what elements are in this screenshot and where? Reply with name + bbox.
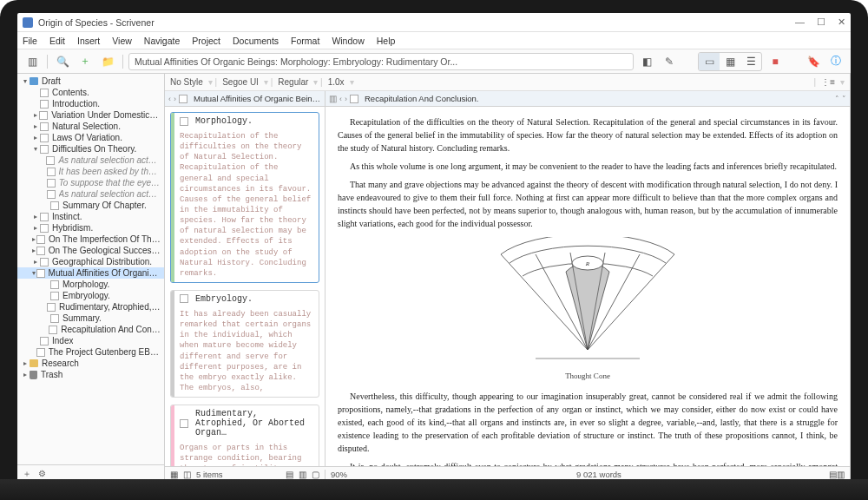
binder-item[interactable]: Embryology. bbox=[17, 290, 164, 301]
binder-item[interactable]: ▸Hybridism. bbox=[17, 222, 164, 234]
split-icon[interactable]: ▥ bbox=[329, 94, 337, 103]
split-horizontal-icon[interactable]: ▤ bbox=[829, 470, 837, 479]
binder-item[interactable]: Summary. bbox=[17, 312, 164, 324]
binder-item[interactable]: Morphology. bbox=[17, 279, 164, 290]
editor-view-button[interactable]: ▭ bbox=[699, 53, 720, 70]
nav-up-icon[interactable]: ˄ bbox=[835, 95, 839, 103]
binder-item[interactable]: Rudimentary, Atrophied, Or Aborted Organ… bbox=[17, 301, 164, 312]
nav-fwd-icon[interactable]: › bbox=[345, 95, 347, 103]
split-none-icon[interactable]: ▢ bbox=[312, 470, 319, 479]
corkboard-view-button[interactable]: ▦ bbox=[720, 53, 740, 70]
menu-view[interactable]: View bbox=[112, 36, 132, 46]
binder-item[interactable]: ▸Trash bbox=[17, 369, 164, 380]
binder-item-label: On The Imperfection Of The Geological Re… bbox=[49, 234, 161, 244]
binder-item[interactable]: As natural selection acts by life and de… bbox=[17, 188, 164, 200]
binder-toggle-icon[interactable]: ▥ bbox=[23, 53, 42, 70]
trash-icon bbox=[30, 371, 37, 379]
card-title: Morphology. bbox=[195, 116, 253, 126]
add-document-icon[interactable]: ＋ bbox=[76, 53, 95, 70]
doc-icon bbox=[40, 122, 49, 131]
list-icon[interactable]: ⋮≡ bbox=[821, 77, 835, 87]
doc-icon bbox=[49, 326, 57, 334]
binder-item[interactable]: ▾Difficulties On Theory. bbox=[17, 143, 164, 155]
annotate-icon[interactable]: ✎ bbox=[660, 53, 679, 70]
menu-format[interactable]: Format bbox=[291, 36, 319, 46]
index-card[interactable]: Morphology.Recapitulation of the difficu… bbox=[170, 112, 319, 283]
index-card[interactable]: Rudimentary, Atrophied, Or Aborted Organ… bbox=[170, 405, 319, 466]
compose-mode-icon[interactable]: ■ bbox=[766, 53, 785, 70]
menu-insert[interactable]: Insert bbox=[77, 36, 100, 46]
binder-tree[interactable]: ▾DraftContents.Introduction.▸Variation U… bbox=[17, 74, 164, 464]
menu-help[interactable]: Help bbox=[377, 36, 396, 46]
nav-down-icon[interactable]: ˅ bbox=[842, 95, 846, 103]
add-folder-icon[interactable]: 📁 bbox=[98, 53, 117, 70]
outliner-cards[interactable]: Morphology.Recapitulation of the difficu… bbox=[165, 107, 326, 466]
binder-item[interactable]: Contents. bbox=[17, 87, 164, 98]
binder-item[interactable]: ▸Instinct. bbox=[17, 211, 164, 222]
menu-file[interactable]: File bbox=[23, 36, 37, 46]
split-vertical-icon[interactable]: ▥ bbox=[837, 470, 845, 479]
layout-icon[interactable]: ◫ bbox=[183, 470, 191, 479]
binder-item[interactable]: To suppose that the eye, with all its in… bbox=[17, 177, 164, 188]
menu-navigate[interactable]: Navigate bbox=[144, 36, 180, 46]
binder-item[interactable]: ▸Research bbox=[17, 358, 164, 369]
binder-item[interactable]: As natural selection acts solely by the … bbox=[17, 155, 164, 166]
binder-item[interactable]: ▸Geographical Distribution. bbox=[17, 256, 164, 267]
split-vertical-icon[interactable]: ▥ bbox=[299, 470, 306, 479]
menu-edit[interactable]: Edit bbox=[49, 36, 65, 46]
document-icon bbox=[179, 95, 187, 103]
font-weight-selector[interactable]: Regular bbox=[278, 77, 308, 87]
menu-project[interactable]: Project bbox=[192, 36, 220, 46]
svg-text:R: R bbox=[585, 260, 590, 267]
binder-item[interactable]: The Project Gutenberg EBook of On the Or… bbox=[17, 346, 164, 358]
view-mode-group: ▭ ▦ ☰ bbox=[698, 52, 762, 71]
inspector-toggle-icon[interactable]: ⓘ bbox=[826, 53, 845, 70]
binder-item[interactable]: It has been asked by the opponents of su… bbox=[17, 166, 164, 177]
style-selector[interactable]: No Style bbox=[170, 77, 203, 87]
zoom-level[interactable]: 90% bbox=[331, 470, 369, 479]
binder-item[interactable]: ▸Laws Of Variation. bbox=[17, 132, 164, 143]
search-icon[interactable]: 🔍 bbox=[53, 53, 72, 70]
binder-item[interactable]: ▸On The Geological Succession Of Organic… bbox=[17, 245, 164, 256]
index-card[interactable]: Embryology.It has already been casually … bbox=[170, 290, 319, 398]
add-icon[interactable]: ＋ bbox=[23, 468, 31, 480]
binder-item[interactable]: ▸On The Imperfection Of The Geological R… bbox=[17, 234, 164, 245]
minimize-button[interactable]: — bbox=[795, 16, 805, 28]
font-selector[interactable]: Segoe UI bbox=[222, 77, 259, 87]
gear-icon[interactable]: ⚙ bbox=[38, 469, 46, 478]
binder-item[interactable]: ▾Mutual Affinities Of Organic Beings: Mo… bbox=[17, 267, 164, 279]
bookmarks-icon[interactable]: 🔖 bbox=[804, 53, 823, 70]
binder-item[interactable]: ▾Draft bbox=[17, 76, 164, 87]
binder-item[interactable]: Index bbox=[17, 335, 164, 346]
binder-item-label: Geographical Distribution. bbox=[52, 257, 152, 266]
main-toolbar: ▥ 🔍 ＋ 📁 Mutual Affinities Of Organic Bei… bbox=[17, 49, 851, 74]
folder-icon bbox=[30, 359, 38, 367]
menu-window[interactable]: Window bbox=[332, 36, 364, 46]
maximize-button[interactable]: ☐ bbox=[817, 16, 825, 28]
nav-fwd-icon[interactable]: › bbox=[174, 95, 176, 103]
menu-documents[interactable]: Documents bbox=[233, 36, 279, 46]
binder-item-label: Draft bbox=[42, 76, 61, 86]
highlight-icon[interactable]: ◧ bbox=[637, 53, 656, 70]
editor-pane[interactable]: Recapitulation of the difficulties on th… bbox=[326, 107, 850, 466]
close-button[interactable]: ✕ bbox=[838, 16, 845, 28]
format-bar: No Style ▾ | Segoe UI ▾ | Regular ▾ | 1.… bbox=[165, 74, 850, 91]
outliner-view-button[interactable]: ☰ bbox=[740, 53, 761, 70]
doc-icon bbox=[36, 269, 45, 278]
paragraph: It is, no doubt, extremely difficult eve… bbox=[338, 460, 838, 467]
font-size-selector[interactable]: 1.0x bbox=[328, 77, 345, 87]
document-path[interactable]: Mutual Affinities Of Organic Beings: Mor… bbox=[128, 53, 634, 70]
binder-item-label: Introduction. bbox=[52, 99, 100, 109]
doc-icon bbox=[36, 235, 45, 244]
nav-back-icon[interactable]: ‹ bbox=[168, 95, 171, 103]
doc-icon bbox=[40, 224, 49, 233]
binder-item[interactable]: ▸Natural Selection. bbox=[17, 121, 164, 132]
view-icon[interactable]: ▦ bbox=[170, 470, 178, 479]
binder-item[interactable]: ▸Variation Under Domestication. bbox=[17, 109, 164, 121]
nav-back-icon[interactable]: ‹ bbox=[339, 95, 342, 103]
split-horizontal-icon[interactable]: ▤ bbox=[286, 470, 293, 479]
binder-item-label: On The Geological Succession Of Organic … bbox=[49, 246, 161, 255]
binder-item[interactable]: Introduction. bbox=[17, 98, 164, 109]
binder-item[interactable]: Recapitulation And Conclusion. bbox=[17, 324, 164, 335]
binder-item[interactable]: Summary Of Chapter. bbox=[17, 200, 164, 211]
